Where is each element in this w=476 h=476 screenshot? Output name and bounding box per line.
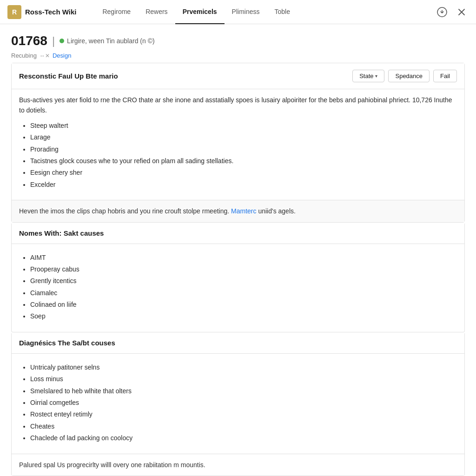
section2-title: Nomes With: Sakt causes [19, 229, 104, 237]
list-item: Soep [30, 311, 457, 321]
state-button[interactable]: State ▾ [352, 70, 384, 82]
section2-body: AIMTProoperay cabusGrently itcenticsCiam… [12, 244, 464, 332]
section3-header: Diagnésics The Sa/bt couses [12, 332, 464, 353]
list-item: Prorading [30, 144, 457, 154]
list-item: Loss minus [30, 374, 457, 384]
nav-links: RegiromeRewersPrvemicelsPliminessToble [95, 0, 435, 24]
section3-bullets: Untricaly patitoner selnsLoss minusSmels… [30, 362, 457, 443]
nav-item-prvemicels[interactable]: Prvemicels [175, 0, 225, 24]
list-item: Steep waltert [30, 120, 457, 131]
list-item: Oirrial comgetles [30, 397, 457, 408]
breadcrumb-design-link[interactable]: Design [53, 52, 71, 59]
nav-item-toble[interactable]: Toble [267, 0, 297, 24]
note-text-after2: uniid's agels. [258, 207, 296, 215]
title-separator: | [52, 34, 55, 47]
note-text-before: Heven the imos the clips chap hobris and… [19, 207, 229, 215]
section-main-note: Heven the imos the clips chap hobris and… [12, 200, 464, 222]
nav-item-rewers[interactable]: Rewers [138, 0, 175, 24]
status-dot [60, 39, 64, 43]
list-item: Colinaed on liife [30, 299, 457, 310]
nav-item-pliminess[interactable]: Pliminess [225, 0, 267, 24]
spedance-button[interactable]: Spedance [388, 70, 430, 82]
section-main-title: Resconstic Faul Up Bte mario [19, 72, 118, 80]
page-header: 01768 | Lirgire, ween Tin aublard (n ©) … [0, 24, 476, 63]
section3-footer-note: Palured spal Us progrecirlty willl overy… [12, 454, 464, 476]
status-area: Lirgire, ween Tin aublard (n ©) [60, 37, 155, 45]
list-item: AIMT [30, 252, 457, 263]
section-main-body: Bus-actives yes ater fiold to rne the CR… [12, 89, 464, 200]
list-item: Untricaly patitoner selns [30, 362, 457, 372]
section3-body: Untricaly patitoner selnsLoss minusSmels… [12, 353, 464, 454]
chevron-down-icon: ▾ [375, 73, 377, 79]
section-main: Resconstic Faul Up Bte mario State ▾ Spe… [11, 63, 465, 223]
section3: Diagnésics The Sa/bt couses Untricaly pa… [11, 332, 465, 476]
list-item: Smelslared to heb wlhite that olters [30, 386, 457, 396]
logo-area: R Ross-Tech Wiki [7, 5, 76, 19]
list-item: Chaclede of lad packing on coolocy [30, 433, 457, 443]
breadcrumb-text: Recubing [11, 52, 37, 59]
list-item: Larage [30, 132, 457, 142]
section3-title: Diagnésics The Sa/bt couses [19, 339, 115, 347]
list-item: Cheates [30, 421, 457, 431]
section-main-bullets: Steep waltertLarageProradingTacistnes gl… [30, 120, 457, 190]
header: R Ross-Tech Wiki RegiromeRewersPrvemicel… [0, 0, 476, 24]
fail-button[interactable]: Fail [433, 70, 457, 82]
section3-note-text: Palured spal Us progrecirlty willl overy… [19, 461, 205, 469]
note-link[interactable]: Mamterc [231, 207, 256, 215]
section-main-description: Bus-actives yes ater fiold to rne the CR… [19, 95, 457, 116]
breadcrumb-icons: ↔✕ [40, 53, 50, 59]
section2-bullets: AIMTProoperay cabusGrently itcenticsCiam… [30, 252, 457, 322]
section2-header: Nomes With: Sakt causes [12, 223, 464, 244]
list-item: Ciamalec [30, 288, 457, 298]
nav-actions [435, 5, 469, 19]
logo-icon: R [7, 5, 21, 19]
page-title: 01768 [11, 33, 47, 48]
nav-item-regirome[interactable]: Regirome [95, 0, 138, 24]
download-icon[interactable] [435, 5, 449, 19]
list-item: Grently itcentics [30, 276, 457, 286]
site-title: Ross-Tech Wiki [25, 8, 76, 16]
close-icon[interactable] [455, 5, 469, 19]
main-content: Resconstic Faul Up Bte mario State ▾ Spe… [0, 63, 476, 476]
list-item: Excelder [30, 179, 457, 190]
breadcrumb: Recubing ↔✕ Design [11, 52, 465, 59]
list-item: Rostect enteyl retimly [30, 409, 457, 419]
list-item: Eesign chery sher [30, 167, 457, 178]
status-label: Lirgire, ween Tin aublard (n ©) [67, 37, 155, 45]
section-main-header: Resconstic Faul Up Bte mario State ▾ Spe… [12, 63, 464, 89]
section-main-actions: State ▾ Spedance Fail [352, 70, 457, 82]
list-item: Tacistnes glock couses whe to your refie… [30, 156, 457, 166]
list-item: Prooperay cabus [30, 264, 457, 274]
section2: Nomes With: Sakt causes AIMTProoperay ca… [11, 223, 465, 332]
